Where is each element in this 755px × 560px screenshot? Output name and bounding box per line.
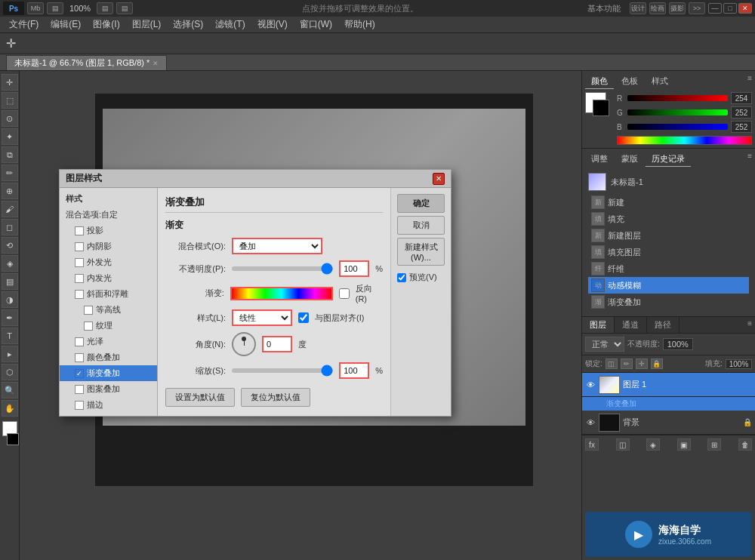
background-swatch[interactable] bbox=[593, 100, 609, 116]
layers-tab[interactable]: 图层 bbox=[582, 317, 615, 333]
pattern-overlay-check[interactable] bbox=[75, 385, 84, 394]
tool-crop[interactable]: ⧉ bbox=[2, 146, 18, 163]
menu-file[interactable]: 文件(F) bbox=[3, 17, 45, 32]
tool-pen[interactable]: ✒ bbox=[2, 309, 18, 326]
layer-row-bg[interactable]: 👁 背景 🔒 bbox=[582, 411, 755, 435]
paths-tab[interactable]: 路径 bbox=[647, 317, 680, 333]
dlg-item-color-overlay[interactable]: 颜色叠加 bbox=[60, 349, 157, 365]
dialog-close-button[interactable]: ✕ bbox=[433, 173, 445, 185]
history-tab[interactable]: 历史记录 bbox=[646, 152, 691, 167]
styles-tab[interactable]: 样式 bbox=[646, 74, 674, 89]
new-layer-button[interactable]: ⊞ bbox=[707, 438, 721, 451]
tool-brush[interactable]: 🖌 bbox=[2, 201, 18, 217]
new-style-button[interactable]: 新建样式(W)... bbox=[397, 238, 445, 266]
dlg-item-satin[interactable]: 光泽 bbox=[60, 334, 157, 349]
menu-select[interactable]: 选择(S) bbox=[167, 17, 209, 32]
dlg-item-style[interactable]: 样式 bbox=[60, 191, 157, 207]
lock-paint-icon[interactable]: ✏ bbox=[621, 358, 633, 369]
contour-check[interactable] bbox=[84, 306, 93, 315]
maximize-button[interactable]: □ bbox=[723, 3, 737, 14]
g-value[interactable]: 252 bbox=[731, 106, 752, 118]
shadow-check[interactable] bbox=[75, 226, 84, 235]
gradient-overlay-check[interactable]: ✓ bbox=[75, 369, 84, 378]
dlg-item-gradient-overlay[interactable]: ✓渐变叠加 bbox=[60, 365, 157, 381]
dlg-item-shadow[interactable]: 投影 bbox=[60, 223, 157, 238]
dlg-item-texture[interactable]: 纹理 bbox=[60, 318, 157, 334]
dlg-item-pattern-overlay[interactable]: 图案叠加 bbox=[60, 381, 157, 397]
tool-gradient[interactable]: ▤ bbox=[2, 273, 18, 290]
tool-lasso[interactable]: ⊙ bbox=[2, 110, 18, 127]
cancel-button[interactable]: 取消 bbox=[397, 216, 445, 235]
new-fill-layer-button[interactable]: ◈ bbox=[646, 438, 660, 451]
menu-view[interactable]: 视图(V) bbox=[251, 17, 294, 32]
layers-panel-menu[interactable]: ≡ bbox=[744, 317, 755, 333]
delete-layer-button[interactable]: 🗑 bbox=[738, 438, 752, 451]
tb-paint[interactable]: 绘画 bbox=[649, 2, 666, 14]
layer-eye-1[interactable]: 👁 bbox=[585, 380, 596, 390]
tool-history[interactable]: ⟲ bbox=[2, 237, 18, 254]
lock-move-icon[interactable]: ✛ bbox=[636, 358, 648, 369]
ok-button[interactable]: 确定 bbox=[397, 194, 445, 213]
dlg-item-bevel[interactable]: 斜面和浮雕 bbox=[60, 286, 157, 302]
tb-btn-4[interactable]: ▤ bbox=[116, 2, 133, 14]
angle-input[interactable]: 0 bbox=[262, 336, 292, 352]
blend-mode-select[interactable]: 叠加 bbox=[232, 238, 322, 254]
tb-design[interactable]: 设计 bbox=[630, 2, 646, 14]
align-checkbox[interactable] bbox=[298, 312, 309, 323]
history-item-fill-layer[interactable]: 填 填充图层 bbox=[588, 244, 749, 260]
close-button[interactable]: ✕ bbox=[738, 3, 752, 14]
bevel-check[interactable] bbox=[75, 290, 84, 299]
layer-row-1[interactable]: 👁 图层 1 bbox=[582, 373, 755, 397]
tool-hand[interactable]: ✋ bbox=[2, 400, 18, 417]
panel-menu-icon[interactable]: ≡ bbox=[747, 74, 752, 89]
tb-photo[interactable]: 摄影 bbox=[669, 2, 686, 14]
tool-shape[interactable]: ⬡ bbox=[2, 364, 18, 380]
lock-transparency-icon[interactable]: ◫ bbox=[606, 358, 618, 369]
blend-mode-dropdown[interactable]: 正常 bbox=[585, 337, 624, 352]
texture-check[interactable] bbox=[84, 322, 93, 331]
new-group-button[interactable]: ▣ bbox=[677, 438, 691, 451]
menu-filter[interactable]: 滤镜(T) bbox=[209, 17, 251, 32]
tab-close-icon[interactable]: ✕ bbox=[153, 60, 159, 67]
dlg-item-contour[interactable]: 等高线 bbox=[60, 302, 157, 318]
history-item-gradient-overlay[interactable]: 渐 渐变叠加 bbox=[588, 294, 749, 310]
style-select[interactable]: 线性 bbox=[232, 309, 292, 326]
tool-zoom[interactable]: 🔍 bbox=[2, 382, 18, 398]
inner-glow-check[interactable] bbox=[75, 274, 84, 283]
tool-eyedrop[interactable]: ✏ bbox=[2, 165, 18, 181]
history-item-new[interactable]: 新 新建 bbox=[588, 194, 749, 211]
gradient-preview[interactable] bbox=[230, 287, 333, 300]
color-tab[interactable]: 颜色 bbox=[585, 74, 614, 89]
tb-more[interactable]: >> bbox=[689, 2, 705, 14]
layer-eye-bg[interactable]: 👁 bbox=[585, 417, 596, 428]
tb-btn-2[interactable]: ▤ bbox=[47, 2, 63, 14]
reverse-checkbox[interactable] bbox=[339, 288, 350, 299]
opacity-input[interactable] bbox=[663, 338, 693, 350]
dlg-item-blend[interactable]: 混合选项:自定 bbox=[60, 207, 157, 223]
menu-window[interactable]: 窗口(W) bbox=[294, 17, 338, 32]
tool-text[interactable]: T bbox=[2, 328, 18, 344]
dlg-item-inner-shadow[interactable]: 内阴影 bbox=[60, 238, 157, 254]
scale-input[interactable] bbox=[339, 362, 369, 379]
menu-image[interactable]: 图像(I) bbox=[87, 17, 125, 32]
tool-path-select[interactable]: ▸ bbox=[2, 346, 18, 362]
scale-slider[interactable] bbox=[232, 368, 333, 373]
tool-magic[interactable]: ✦ bbox=[2, 128, 18, 145]
dlg-item-stroke[interactable]: 描边 bbox=[60, 397, 157, 413]
tool-heal[interactable]: ⊕ bbox=[2, 183, 18, 199]
angle-control[interactable] bbox=[232, 332, 256, 356]
masks-tab[interactable]: 蒙版 bbox=[615, 152, 644, 167]
color-overlay-check[interactable] bbox=[75, 353, 84, 362]
preview-checkbox[interactable] bbox=[397, 273, 406, 282]
adjustments-tab[interactable]: 调整 bbox=[585, 152, 614, 167]
outer-glow-check[interactable] bbox=[75, 258, 84, 267]
tool-eraser[interactable]: ◈ bbox=[2, 255, 18, 272]
menu-layer[interactable]: 图层(L) bbox=[126, 17, 168, 32]
history-item-fiber[interactable]: 纤 纤维 bbox=[588, 260, 749, 277]
reset-default-button[interactable]: 复位为默认值 bbox=[241, 388, 310, 407]
lock-all-icon[interactable]: 🔒 bbox=[651, 358, 663, 369]
tool-move[interactable]: ✛ bbox=[2, 74, 18, 91]
opacity-input[interactable] bbox=[339, 260, 369, 277]
dlg-item-outer-glow[interactable]: 外发光 bbox=[60, 254, 157, 270]
fill-input[interactable] bbox=[726, 359, 752, 369]
